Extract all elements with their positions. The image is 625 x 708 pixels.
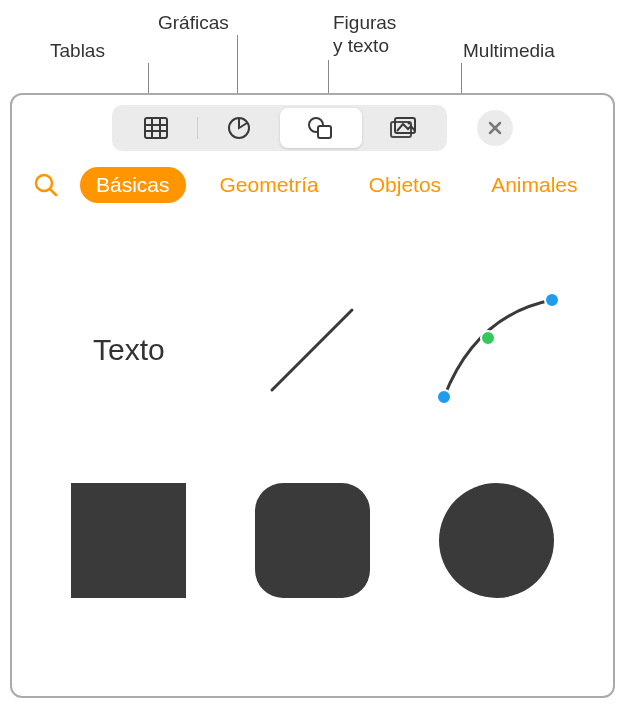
- tab-media[interactable]: [362, 108, 444, 148]
- search-icon[interactable]: [30, 169, 62, 201]
- shape-curve[interactable]: [419, 275, 573, 425]
- shapes-icon: [307, 115, 335, 141]
- callout-shapes-text: Figuras y texto: [333, 12, 396, 58]
- shapes-grid: Texto: [12, 215, 613, 655]
- circle-icon: [439, 483, 554, 598]
- tab-charts[interactable]: [198, 108, 280, 148]
- svg-line-15: [272, 310, 352, 390]
- shape-line[interactable]: [236, 275, 390, 425]
- category-geometria[interactable]: Geometría: [204, 167, 335, 203]
- rounded-square-icon: [255, 483, 370, 598]
- callout-charts: Gráficas: [158, 12, 229, 35]
- shape-rounded-square[interactable]: [236, 465, 390, 615]
- category-objetos[interactable]: Objetos: [353, 167, 457, 203]
- category-animales[interactable]: Animales: [475, 167, 593, 203]
- callout-media: Multimedia: [463, 40, 555, 63]
- chart-icon: [226, 115, 252, 141]
- table-icon: [143, 115, 169, 141]
- tab-shapes-text[interactable]: [280, 108, 362, 148]
- line-icon: [252, 290, 372, 410]
- tab-tables[interactable]: [115, 108, 197, 148]
- close-icon: [487, 120, 503, 136]
- category-tabs: Básicas Geometría Objetos Animales: [12, 159, 613, 215]
- svg-point-16: [437, 390, 451, 404]
- svg-rect-0: [145, 118, 167, 138]
- callout-line1: Figuras: [333, 12, 396, 33]
- callout-layer: Tablas Gráficas Figuras y texto Multimed…: [0, 0, 625, 95]
- insert-panel: Básicas Geometría Objetos Animales Texto: [10, 93, 615, 698]
- svg-point-18: [481, 331, 495, 345]
- category-basicas[interactable]: Básicas: [80, 167, 186, 203]
- media-icon: [388, 115, 418, 141]
- square-icon: [71, 483, 186, 598]
- callout-line2: y texto: [333, 35, 389, 56]
- svg-point-17: [545, 293, 559, 307]
- shape-square[interactable]: [52, 465, 206, 615]
- callout-tables: Tablas: [50, 40, 105, 63]
- curve-icon: [426, 285, 566, 415]
- close-button[interactable]: [477, 110, 513, 146]
- text-label: Texto: [93, 333, 165, 367]
- toolbar: [12, 95, 613, 159]
- segment-control: [112, 105, 447, 151]
- svg-rect-7: [318, 126, 331, 138]
- shape-text[interactable]: Texto: [52, 275, 206, 425]
- shape-circle[interactable]: [419, 465, 573, 615]
- svg-line-14: [50, 189, 56, 195]
